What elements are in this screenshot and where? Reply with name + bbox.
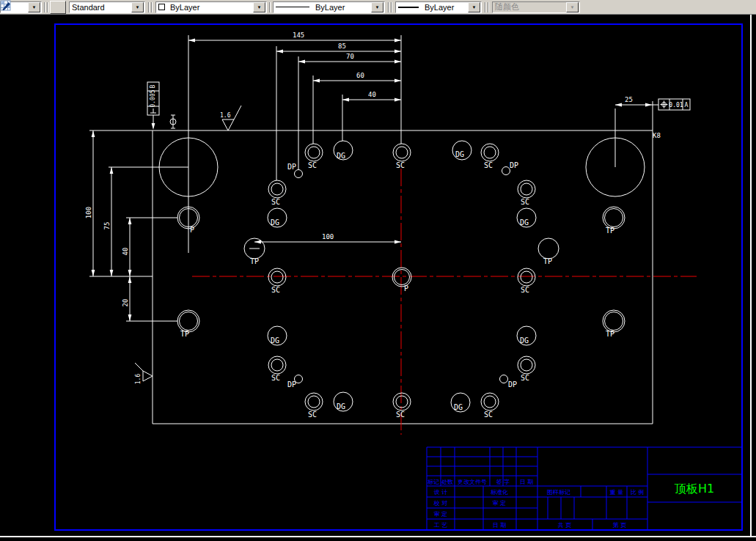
dimension-text[interactable]: 145 [293, 32, 304, 39]
hole-label[interactable]: TP [180, 330, 189, 338]
hole-SC[interactable] [521, 271, 532, 283]
hole-label[interactable]: SC [484, 411, 493, 419]
hole-label[interactable]: SC [271, 374, 280, 382]
hole-SC[interactable] [396, 396, 408, 408]
dimension-text[interactable]: 40 [122, 248, 129, 256]
dimension-text[interactable]: 20 [122, 299, 129, 307]
hole-SC[interactable] [271, 359, 283, 371]
hole-label[interactable]: SC [308, 411, 317, 419]
position-datum-letter[interactable]: A [685, 102, 689, 108]
hole-label[interactable]: SC [271, 198, 280, 206]
roughness-value[interactable]: 1.6 [220, 112, 231, 119]
hole-SC[interactable] [484, 147, 496, 158]
hole-CTR[interactable] [394, 270, 410, 285]
text-style-combo[interactable]: Standard ▼ [69, 1, 145, 13]
titleblock-label[interactable]: 处数 [441, 479, 453, 485]
hole-SC[interactable] [308, 396, 320, 408]
hole-TP[interactable] [605, 312, 623, 331]
roughness-icon[interactable] [143, 376, 153, 381]
titleblock-label[interactable]: 签 字 [496, 479, 510, 485]
titleblock-label[interactable]: 设 计 [434, 489, 448, 496]
hole-SC[interactable] [396, 147, 408, 158]
titleblock-label[interactable]: 标记 [427, 479, 439, 485]
hole-label[interactable]: P [404, 284, 408, 292]
roughness-icon[interactable] [222, 119, 228, 130]
titleblock-label[interactable]: 工 艺 [434, 522, 448, 529]
titleblock-label[interactable]: 第 页 [613, 522, 627, 529]
hole-SC[interactable] [308, 147, 320, 158]
make-layer-current-button[interactable] [50, 1, 66, 14]
titleblock-label[interactable]: 审 定 [434, 511, 448, 518]
roughness-icon[interactable] [234, 106, 241, 119]
hole-label[interactable]: SC [308, 161, 317, 169]
hole-label[interactable]: DP [287, 163, 296, 171]
hole-label[interactable]: TP [606, 330, 614, 338]
titleblock-label[interactable]: 更改文件号 [458, 479, 487, 485]
hole-TP[interactable] [605, 209, 623, 227]
hole-label[interactable]: DG [520, 218, 529, 227]
hole-SC[interactable] [521, 359, 532, 371]
dimension-text[interactable]: 70 [346, 53, 354, 60]
dimension-text[interactable]: 100 [322, 233, 334, 240]
hole-label[interactable]: TP [250, 257, 259, 265]
hole-TP[interactable] [177, 310, 199, 332]
hole-label[interactable]: SC [521, 286, 529, 294]
hole-label[interactable]: DP [508, 380, 517, 389]
hole-TP2[interactable] [538, 238, 559, 259]
hole-label[interactable]: SC [521, 198, 529, 206]
hole-label[interactable]: SC [521, 374, 529, 382]
perp-datum-letter[interactable]: B [150, 84, 156, 88]
hole-DP[interactable] [295, 170, 303, 178]
perp-tolerance-value[interactable]: 0.005 [150, 89, 156, 107]
titleblock-label[interactable]: 校 对 [433, 500, 448, 507]
titleblock-label[interactable]: 标准化 [491, 489, 508, 496]
hole-label[interactable]: DG [455, 150, 464, 158]
roughness-icon[interactable] [135, 363, 143, 371]
hole-label[interactable]: DP [510, 161, 518, 169]
position-tolerance-value[interactable]: 0.01 [669, 102, 683, 108]
roughness-value[interactable]: 1.6 [135, 374, 142, 385]
hole-SC[interactable] [484, 396, 496, 408]
hole-label[interactable]: DG [337, 402, 345, 411]
titleblock-label[interactable]: 日 期 [493, 522, 507, 529]
dimension-text[interactable]: 75 [103, 222, 111, 230]
hole-CTR[interactable] [392, 268, 411, 287]
hole-label[interactable]: DG [337, 152, 345, 160]
titleblock-label[interactable]: 重 量 [609, 489, 624, 496]
hole-TP[interactable] [603, 310, 625, 332]
hole-label[interactable]: SC [271, 286, 280, 294]
hole-label[interactable]: DG [454, 403, 463, 411]
hole-label[interactable]: SC [396, 411, 405, 419]
titleblock-label[interactable]: 日 期 [520, 479, 534, 485]
linetype-combo-arrow-icon[interactable]: ▼ [371, 2, 383, 12]
dimension-text[interactable]: 85 [338, 43, 346, 50]
drawing-canvas[interactable]: SCSCSCSCSCSCSCSCSCSCSCSCDGDGDGDGDGDGDGDG… [0, 0, 756, 541]
dimension-text[interactable]: 40 [368, 91, 376, 98]
hole-SC[interactable] [521, 183, 532, 195]
hole-TP[interactable] [180, 312, 198, 331]
titleblock-label[interactable]: 审 定 [493, 500, 507, 507]
hole-label[interactable]: TP [606, 227, 614, 235]
hole-label[interactable]: DG [271, 218, 279, 227]
hole-label[interactable]: P [190, 226, 194, 234]
color-combo-arrow-icon[interactable]: ▼ [253, 2, 265, 12]
titleblock-label[interactable]: 比 例 [631, 489, 645, 496]
hole-SC[interactable] [271, 183, 283, 195]
hole-label[interactable]: SC [396, 161, 405, 169]
lineweight-combo-arrow-icon[interactable]: ▼ [468, 2, 480, 12]
hole-DP[interactable] [502, 167, 510, 175]
dimension-text[interactable]: 25 [625, 96, 633, 103]
color-combo[interactable]: ByLayer ▼ [155, 1, 267, 13]
note-k8[interactable]: K8 [653, 132, 661, 139]
linetype-combo[interactable]: ByLayer ▼ [273, 1, 385, 13]
hole-SC[interactable] [271, 271, 283, 283]
layer-combo-arrow-icon[interactable]: ▼ [28, 2, 40, 12]
titleblock-label[interactable]: 共 页 [558, 522, 572, 529]
dimension-text[interactable]: 60 [356, 72, 364, 79]
hole-TP[interactable] [603, 207, 625, 229]
hole-label[interactable]: DG [271, 336, 279, 345]
dimension-text[interactable]: 100 [85, 207, 92, 218]
roughness-icon[interactable] [143, 371, 153, 376]
roughness-icon[interactable] [228, 119, 234, 130]
hole-DP[interactable] [500, 375, 508, 383]
